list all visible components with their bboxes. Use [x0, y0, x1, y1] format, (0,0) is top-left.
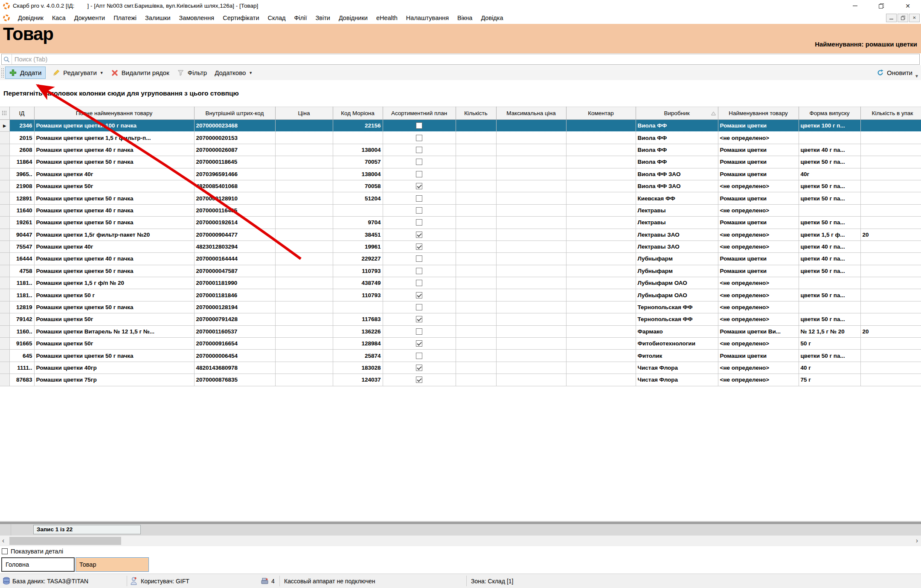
cell[interactable]: Ромашки цветки цветки 50 г пачка	[34, 350, 194, 362]
cell[interactable]: Тернопольская ФФ	[636, 313, 718, 325]
cell[interactable]: цветки 40 г па...	[799, 240, 860, 252]
menu-item-10[interactable]: Звіти	[311, 13, 334, 23]
cell[interactable]	[456, 144, 496, 156]
cell[interactable]: <не определено>	[718, 180, 799, 192]
row-selector-cell[interactable]	[0, 313, 9, 325]
cell[interactable]	[566, 168, 636, 180]
cell[interactable]: 2070000164444	[194, 253, 275, 265]
column-header-11[interactable]: Форма випуску	[799, 107, 860, 120]
cell[interactable]	[275, 240, 333, 252]
cell[interactable]	[860, 120, 921, 132]
cell[interactable]: цветки 50 г па...	[799, 156, 860, 168]
menu-item-12[interactable]: eHealth	[372, 13, 401, 23]
cell[interactable]: <не определено>	[718, 362, 799, 374]
cell[interactable]: 645	[9, 350, 34, 362]
search-input[interactable]: Поиск (Tab)	[1, 54, 920, 65]
cell[interactable]: Ромашки цветки цветки 50 г пачка	[34, 156, 194, 168]
cell[interactable]	[860, 350, 921, 362]
cell[interactable]: Лубныфарм	[636, 253, 718, 265]
column-header-6[interactable]: Кількість	[456, 107, 496, 120]
cell[interactable]: 21908	[9, 180, 34, 192]
cell[interactable]	[566, 253, 636, 265]
table-row[interactable]: 1181..Ромашки цветки 1,5 г ф/п № 2020700…	[0, 277, 921, 289]
cell[interactable]	[456, 289, 496, 301]
cell[interactable]	[275, 168, 333, 180]
assortment-plan-cell[interactable]	[383, 229, 456, 240]
cell[interactable]	[566, 313, 636, 325]
cell[interactable]: 2608	[9, 144, 34, 156]
cell[interactable]: Ромашки цветки 40г	[34, 168, 194, 180]
cell[interactable]	[275, 350, 333, 362]
cell[interactable]: 75547	[9, 240, 34, 252]
cell[interactable]: Лубныфарм ОАО	[636, 277, 718, 289]
assortment-plan-cell[interactable]	[383, 338, 456, 350]
cell[interactable]	[566, 132, 636, 144]
cell[interactable]	[275, 362, 333, 374]
cell[interactable]	[333, 301, 383, 313]
group-by-area[interactable]: Перетягніть заголовок колонки сюди для у…	[0, 80, 921, 107]
cell[interactable]: 1181..	[9, 289, 34, 301]
cell[interactable]: № 12 1,5 г № 20	[799, 325, 860, 337]
cell[interactable]: Ромашки цветки 40г	[34, 240, 194, 252]
cell[interactable]	[860, 301, 921, 313]
cell[interactable]: 2070000006454	[194, 350, 275, 362]
cell[interactable]: Чистая Флора	[636, 362, 718, 374]
cell[interactable]: Ромашки цветки	[718, 192, 799, 204]
cell[interactable]	[275, 301, 333, 313]
cell[interactable]	[456, 350, 496, 362]
checkbox-unchecked[interactable]	[416, 328, 422, 335]
menu-item-9[interactable]: Філії	[290, 13, 311, 23]
row-selector-cell[interactable]	[0, 289, 9, 301]
cell[interactable]	[566, 289, 636, 301]
assortment-plan-cell[interactable]	[383, 217, 456, 229]
tab-tovar[interactable]: Товар	[76, 557, 149, 572]
cell[interactable]	[496, 301, 566, 313]
cell[interactable]: Киевская ФФ	[636, 192, 718, 204]
cell[interactable]	[275, 313, 333, 325]
cell[interactable]	[566, 204, 636, 216]
cell[interactable]	[456, 301, 496, 313]
cell[interactable]: 2346	[9, 120, 34, 132]
assortment-plan-cell[interactable]	[383, 313, 456, 325]
menu-item-6[interactable]: Замовлення	[175, 13, 218, 23]
cell[interactable]: 4820085401068	[194, 180, 275, 192]
cell[interactable]	[496, 168, 566, 180]
cell[interactable]	[860, 217, 921, 229]
cell[interactable]: Ромашки цветки цветки 50 г пачка	[34, 217, 194, 229]
table-row[interactable]: 11864Ромашки цветки цветки 50 г пачка207…	[0, 156, 921, 168]
menu-item-8[interactable]: Склад	[264, 13, 290, 23]
cell[interactable]	[496, 325, 566, 337]
cell[interactable]	[566, 229, 636, 240]
checkbox-unchecked[interactable]	[416, 219, 422, 226]
row-selector-cell[interactable]	[0, 156, 9, 168]
cell[interactable]	[456, 374, 496, 386]
cell[interactable]: 124037	[333, 374, 383, 386]
cell[interactable]	[496, 350, 566, 362]
row-selector-cell[interactable]	[0, 240, 9, 252]
cell[interactable]: 2070000192614	[194, 217, 275, 229]
cell[interactable]	[860, 374, 921, 386]
cell[interactable]: 1111..	[9, 362, 34, 374]
scroll-left-arrow[interactable]: ‹	[2, 537, 4, 545]
column-header-1[interactable]: Повне найменування товару	[34, 107, 194, 120]
cell[interactable]: 2070001160537	[194, 325, 275, 337]
table-row[interactable]: 21908Ромашки цветки 50г48200854010687005…	[0, 180, 921, 192]
row-selector-cell[interactable]	[0, 265, 9, 277]
cell[interactable]	[860, 156, 921, 168]
cell[interactable]	[496, 240, 566, 252]
cell[interactable]	[456, 204, 496, 216]
cell[interactable]	[456, 132, 496, 144]
cell[interactable]: Фитолик	[636, 350, 718, 362]
checkbox-unchecked[interactable]	[416, 122, 422, 129]
cell[interactable]	[456, 229, 496, 240]
cell[interactable]: Ромашки цветки 50г	[34, 180, 194, 192]
cell[interactable]	[566, 265, 636, 277]
cell[interactable]	[566, 362, 636, 374]
cell[interactable]: <не определено>	[718, 277, 799, 289]
column-header-2[interactable]: Внутрішній штрих-код	[194, 107, 275, 120]
cell[interactable]	[456, 277, 496, 289]
cell[interactable]: Ромашки цветки	[718, 350, 799, 362]
assortment-plan-cell[interactable]	[383, 277, 456, 289]
table-row[interactable]: 3965..Ромашки цветки 40г2070396591466138…	[0, 168, 921, 180]
column-header-3[interactable]: Ціна	[275, 107, 333, 120]
